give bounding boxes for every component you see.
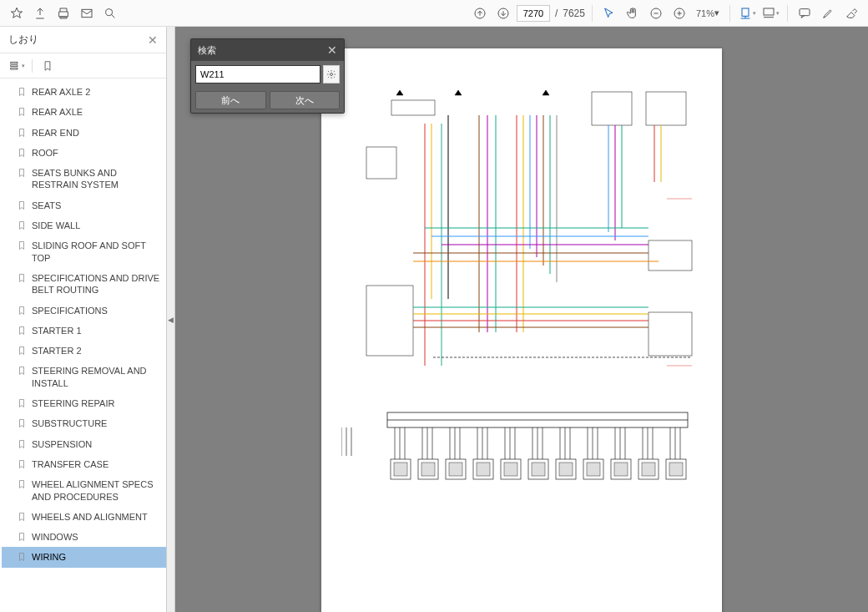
- svg-rect-9: [10, 62, 17, 63]
- document-viewer[interactable]: [175, 27, 868, 612]
- sidebar-item[interactable]: REAR AXLE: [2, 102, 166, 122]
- find-bookmark-icon[interactable]: [38, 56, 58, 76]
- erase-icon[interactable]: [841, 3, 861, 23]
- sidebar-item-label: TRANSFER CASE: [32, 458, 108, 470]
- bookmark-icon: [17, 167, 27, 179]
- find-title: 検索: [198, 44, 216, 57]
- sidebar-item[interactable]: SPECIFICATIONS AND DRIVE BELT ROUTING: [2, 268, 166, 301]
- search-icon[interactable]: [100, 3, 120, 23]
- sidebar-item[interactable]: SIDE WALL: [2, 215, 166, 235]
- bookmark-sidebar: しおり ✕ ▾ REAR AXLE 2REAR AXLEREAR ENDROOF…: [0, 27, 167, 612]
- sidebar-item[interactable]: STEERING REPAIR: [2, 393, 166, 413]
- svg-rect-18: [648, 312, 692, 356]
- find-input[interactable]: [195, 65, 320, 83]
- comment-icon[interactable]: [795, 3, 815, 23]
- sidebar-item-label: STARTER 2: [32, 345, 82, 357]
- sidebar-item[interactable]: STARTER 1: [2, 321, 166, 341]
- sidebar-item-label: SEATS BUNKS AND RESTRAIN SYSTEM: [32, 167, 161, 191]
- bookmark-icon: [17, 305, 27, 316]
- print-icon[interactable]: [53, 3, 73, 23]
- find-next-button[interactable]: 次へ: [270, 91, 341, 109]
- svg-rect-13: [646, 92, 686, 125]
- svg-rect-12: [592, 92, 632, 125]
- svg-rect-102: [642, 463, 655, 476]
- svg-rect-0: [82, 9, 92, 17]
- svg-rect-97: [614, 463, 628, 476]
- svg-rect-107: [669, 463, 683, 476]
- page-sep: /: [555, 8, 558, 19]
- highlight-icon[interactable]: [818, 3, 838, 23]
- sidebar-item-label: ROOF: [32, 147, 58, 159]
- page-up-icon[interactable]: [470, 3, 490, 23]
- sidebar-item[interactable]: WINDOWS: [2, 527, 166, 547]
- svg-point-108: [331, 73, 333, 76]
- sidebar-item[interactable]: ROOF: [2, 143, 166, 163]
- zoom-out-icon[interactable]: [646, 3, 666, 23]
- svg-rect-67: [449, 463, 462, 476]
- sidebar-item[interactable]: SPECIFICATIONS: [2, 301, 166, 321]
- sidebar-item[interactable]: SUBSTRUCTURE: [2, 413, 166, 433]
- svg-rect-57: [394, 463, 407, 476]
- sidebar-item-label: STARTER 1: [32, 325, 82, 336]
- bookmark-icon: [17, 200, 27, 211]
- sidebar-item[interactable]: WHEELS AND ALIGNMENT: [2, 507, 166, 527]
- svg-rect-62: [421, 463, 435, 476]
- upload-icon[interactable]: [30, 3, 50, 23]
- fit-width-icon[interactable]: ▾: [737, 3, 757, 23]
- bookmark-icon: [17, 127, 27, 139]
- svg-rect-17: [648, 240, 692, 271]
- sidebar-item[interactable]: SUSPENSION: [2, 434, 166, 454]
- hand-icon[interactable]: [623, 3, 643, 23]
- splitter-handle[interactable]: ◀: [167, 27, 175, 612]
- sidebar-item[interactable]: WIRING: [2, 547, 166, 567]
- bookmark-icon: [17, 365, 27, 377]
- sidebar-options-icon[interactable]: ▾: [7, 56, 27, 76]
- sidebar-item[interactable]: REAR END: [2, 123, 166, 143]
- svg-rect-77: [504, 463, 517, 476]
- zoom-in-icon[interactable]: [669, 3, 689, 23]
- zoom-level[interactable]: 71%▾: [693, 8, 723, 18]
- svg-rect-11: [10, 68, 17, 69]
- close-icon[interactable]: ✕: [327, 43, 337, 57]
- svg-point-1: [106, 8, 113, 15]
- sidebar-item[interactable]: WHEEL ALIGNMENT SPECS AND PROCEDURES: [2, 474, 166, 507]
- sidebar-item-label: REAR AXLE 2: [32, 86, 90, 98]
- gear-icon[interactable]: [323, 65, 340, 83]
- svg-rect-10: [10, 64, 17, 66]
- sidebar-item[interactable]: REAR AXLE 2: [2, 82, 166, 102]
- svg-rect-87: [559, 463, 573, 476]
- sidebar-item[interactable]: SLIDING ROOF AND SOFT TOP: [2, 235, 166, 268]
- bookmark-icon: [17, 106, 27, 118]
- sidebar-item[interactable]: SEATS BUNKS AND RESTRAIN SYSTEM: [2, 163, 166, 195]
- bookmark-icon: [17, 220, 27, 231]
- sidebar-item-label: SIDE WALL: [32, 220, 80, 231]
- select-arrow-icon[interactable]: [599, 3, 619, 23]
- svg-rect-92: [587, 463, 600, 476]
- svg-rect-8: [800, 8, 810, 15]
- sidebar-item[interactable]: STEERING REMOVAL AND INSTALL: [2, 361, 166, 393]
- star-icon[interactable]: [7, 3, 27, 23]
- bookmark-list[interactable]: REAR AXLE 2REAR AXLEREAR ENDROOFSEATS BU…: [0, 78, 166, 612]
- bookmark-icon: [17, 325, 27, 336]
- sidebar-item-label: REAR END: [32, 127, 79, 139]
- find-prev-button[interactable]: 前へ: [195, 91, 266, 109]
- bookmark-icon: [17, 458, 27, 470]
- svg-rect-15: [366, 147, 396, 179]
- sidebar-item[interactable]: STARTER 2: [2, 341, 166, 361]
- wiring-diagram: [341, 82, 702, 596]
- sidebar-item-label: WINDOWS: [32, 531, 78, 543]
- page-input[interactable]: [517, 5, 550, 22]
- page-display-icon[interactable]: ▾: [760, 3, 780, 23]
- close-icon[interactable]: ✕: [148, 33, 158, 47]
- bookmark-icon: [17, 511, 27, 523]
- svg-rect-14: [391, 100, 435, 115]
- bookmark-icon: [17, 147, 27, 159]
- page-down-icon[interactable]: [493, 3, 513, 23]
- sidebar-title: しおり: [8, 33, 38, 47]
- sidebar-item[interactable]: SEATS: [2, 195, 166, 215]
- svg-rect-72: [477, 463, 490, 476]
- mail-icon[interactable]: [77, 3, 97, 23]
- sidebar-item[interactable]: TRANSFER CASE: [2, 454, 166, 474]
- sidebar-item-label: WHEEL ALIGNMENT SPECS AND PROCEDURES: [32, 478, 161, 503]
- svg-rect-7: [764, 8, 774, 15]
